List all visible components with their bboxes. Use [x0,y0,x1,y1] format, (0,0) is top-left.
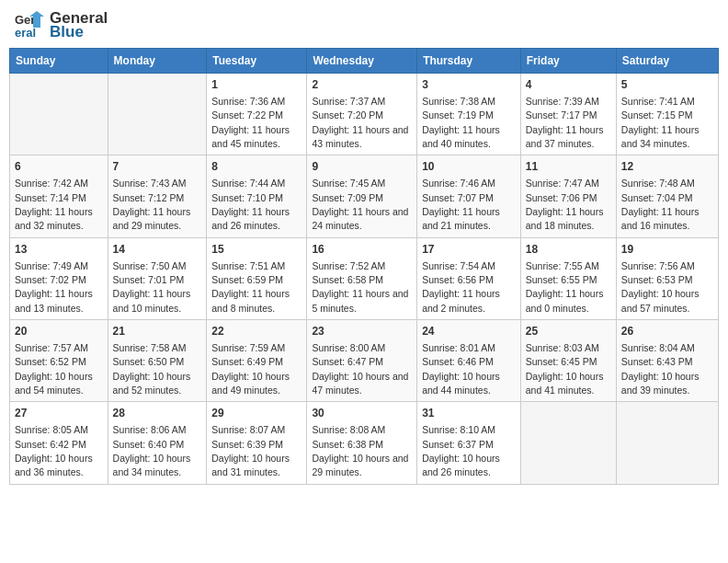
day-number: 7 [113,159,202,175]
logo: Gen eral General Blue [13,9,108,42]
calendar-cell: 16Sunrise: 7:52 AM Sunset: 6:58 PM Dayli… [307,237,417,319]
day-number: 23 [312,324,412,339]
calendar-cell: 17Sunrise: 7:54 AM Sunset: 6:56 PM Dayli… [417,237,521,319]
day-number: 22 [211,324,301,339]
day-number: 8 [211,159,301,175]
day-number: 30 [312,406,412,421]
calendar-cell: 28Sunrise: 8:06 AM Sunset: 6:40 PM Dayli… [108,402,207,484]
week-row-2: 6Sunrise: 7:42 AM Sunset: 7:14 PM Daylig… [10,155,719,237]
day-info: Sunrise: 8:01 AM Sunset: 6:46 PM Dayligh… [422,342,500,396]
day-number: 1 [211,77,301,93]
day-number: 15 [211,242,301,258]
day-info: Sunrise: 7:52 AM Sunset: 6:58 PM Dayligh… [312,260,408,314]
calendar-cell: 15Sunrise: 7:51 AM Sunset: 6:59 PM Dayli… [207,237,307,319]
calendar-cell: 20Sunrise: 7:57 AM Sunset: 6:52 PM Dayli… [10,320,108,402]
day-info: Sunrise: 8:10 AM Sunset: 6:37 PM Dayligh… [422,424,500,477]
day-info: Sunrise: 8:00 AM Sunset: 6:47 PM Dayligh… [312,342,408,396]
day-info: Sunrise: 7:36 AM Sunset: 7:22 PM Dayligh… [211,96,290,149]
day-info: Sunrise: 7:49 AM Sunset: 7:02 PM Dayligh… [15,260,93,314]
calendar-cell: 22Sunrise: 7:59 AM Sunset: 6:49 PM Dayli… [207,320,307,402]
day-number: 10 [422,159,516,175]
header-thursday: Thursday [417,49,521,74]
calendar-cell: 29Sunrise: 8:07 AM Sunset: 6:39 PM Dayli… [207,402,307,484]
day-number: 31 [422,406,516,421]
day-info: Sunrise: 7:50 AM Sunset: 7:01 PM Dayligh… [113,260,191,314]
day-number: 14 [113,242,202,258]
day-number: 20 [15,324,103,339]
day-number: 25 [526,324,611,339]
day-number: 2 [312,77,412,93]
day-number: 6 [15,159,103,175]
calendar-cell: 30Sunrise: 8:08 AM Sunset: 6:38 PM Dayli… [307,402,417,484]
calendar-header: SundayMondayTuesdayWednesdayThursdayFrid… [10,49,719,74]
day-info: Sunrise: 7:42 AM Sunset: 7:14 PM Dayligh… [15,178,93,231]
day-info: Sunrise: 8:04 AM Sunset: 6:43 PM Dayligh… [621,342,700,396]
calendar-cell: 9Sunrise: 7:45 AM Sunset: 7:09 PM Daylig… [307,155,417,237]
header-tuesday: Tuesday [207,49,307,74]
calendar-body: 1Sunrise: 7:36 AM Sunset: 7:22 PM Daylig… [10,74,719,485]
header-sunday: Sunday [10,49,108,74]
day-number: 24 [422,324,516,339]
day-info: Sunrise: 7:55 AM Sunset: 6:55 PM Dayligh… [526,260,604,314]
calendar-cell: 23Sunrise: 8:00 AM Sunset: 6:47 PM Dayli… [307,320,417,402]
header-row: SundayMondayTuesdayWednesdayThursdayFrid… [10,49,719,74]
calendar-cell [616,402,718,484]
day-number: 21 [113,324,202,339]
day-info: Sunrise: 7:48 AM Sunset: 7:04 PM Dayligh… [621,178,700,231]
day-info: Sunrise: 8:03 AM Sunset: 6:45 PM Dayligh… [526,342,604,396]
calendar-cell: 5Sunrise: 7:41 AM Sunset: 7:15 PM Daylig… [616,74,718,155]
day-number: 29 [211,406,301,421]
header-friday: Friday [520,49,616,74]
day-number: 19 [621,242,713,258]
calendar-cell: 26Sunrise: 8:04 AM Sunset: 6:43 PM Dayli… [616,320,718,402]
page-header: Gen eral General Blue [9,9,719,42]
calendar-cell: 25Sunrise: 8:03 AM Sunset: 6:45 PM Dayli… [520,320,616,402]
header-monday: Monday [108,49,207,74]
week-row-3: 13Sunrise: 7:49 AM Sunset: 7:02 PM Dayli… [10,237,719,319]
day-info: Sunrise: 7:46 AM Sunset: 7:07 PM Dayligh… [422,178,500,231]
day-info: Sunrise: 8:08 AM Sunset: 6:38 PM Dayligh… [312,424,408,477]
calendar-cell [10,74,108,155]
calendar-cell: 2Sunrise: 7:37 AM Sunset: 7:20 PM Daylig… [307,74,417,155]
calendar-cell: 19Sunrise: 7:56 AM Sunset: 6:53 PM Dayli… [616,237,718,319]
week-row-1: 1Sunrise: 7:36 AM Sunset: 7:22 PM Daylig… [10,74,719,155]
header-saturday: Saturday [616,49,718,74]
calendar-cell: 7Sunrise: 7:43 AM Sunset: 7:12 PM Daylig… [108,155,207,237]
week-row-5: 27Sunrise: 8:05 AM Sunset: 6:42 PM Dayli… [10,402,719,484]
calendar-cell: 8Sunrise: 7:44 AM Sunset: 7:10 PM Daylig… [207,155,307,237]
day-info: Sunrise: 7:41 AM Sunset: 7:15 PM Dayligh… [621,96,700,149]
day-info: Sunrise: 7:38 AM Sunset: 7:19 PM Dayligh… [422,96,500,149]
day-number: 5 [621,77,713,93]
day-info: Sunrise: 7:37 AM Sunset: 7:20 PM Dayligh… [312,96,408,149]
calendar-cell: 4Sunrise: 7:39 AM Sunset: 7:17 PM Daylig… [520,74,616,155]
calendar-cell [520,402,616,484]
calendar-table: SundayMondayTuesdayWednesdayThursdayFrid… [9,48,719,485]
calendar-cell [108,74,207,155]
calendar-cell: 13Sunrise: 7:49 AM Sunset: 7:02 PM Dayli… [10,237,108,319]
day-number: 26 [621,324,713,339]
day-info: Sunrise: 7:43 AM Sunset: 7:12 PM Dayligh… [113,178,191,231]
day-number: 18 [526,242,611,258]
day-info: Sunrise: 7:57 AM Sunset: 6:52 PM Dayligh… [15,342,93,396]
logo-svg: Gen eral [13,9,46,42]
day-info: Sunrise: 7:56 AM Sunset: 6:53 PM Dayligh… [621,260,700,314]
calendar-cell: 12Sunrise: 7:48 AM Sunset: 7:04 PM Dayli… [616,155,718,237]
day-number: 9 [312,159,412,175]
week-row-4: 20Sunrise: 7:57 AM Sunset: 6:52 PM Dayli… [10,320,719,402]
day-info: Sunrise: 8:07 AM Sunset: 6:39 PM Dayligh… [211,424,290,477]
day-number: 13 [15,242,103,258]
day-info: Sunrise: 7:39 AM Sunset: 7:17 PM Dayligh… [526,96,604,149]
calendar-cell: 14Sunrise: 7:50 AM Sunset: 7:01 PM Dayli… [108,237,207,319]
calendar-cell: 31Sunrise: 8:10 AM Sunset: 6:37 PM Dayli… [417,402,521,484]
day-number: 17 [422,242,516,258]
day-info: Sunrise: 8:06 AM Sunset: 6:40 PM Dayligh… [113,424,191,477]
day-info: Sunrise: 7:54 AM Sunset: 6:56 PM Dayligh… [422,260,500,314]
day-number: 3 [422,77,516,93]
calendar-cell: 1Sunrise: 7:36 AM Sunset: 7:22 PM Daylig… [207,74,307,155]
calendar-cell: 10Sunrise: 7:46 AM Sunset: 7:07 PM Dayli… [417,155,521,237]
day-number: 11 [526,159,611,175]
day-info: Sunrise: 8:05 AM Sunset: 6:42 PM Dayligh… [15,424,93,477]
calendar-cell: 3Sunrise: 7:38 AM Sunset: 7:19 PM Daylig… [417,74,521,155]
day-number: 12 [621,159,713,175]
calendar-cell: 21Sunrise: 7:58 AM Sunset: 6:50 PM Dayli… [108,320,207,402]
